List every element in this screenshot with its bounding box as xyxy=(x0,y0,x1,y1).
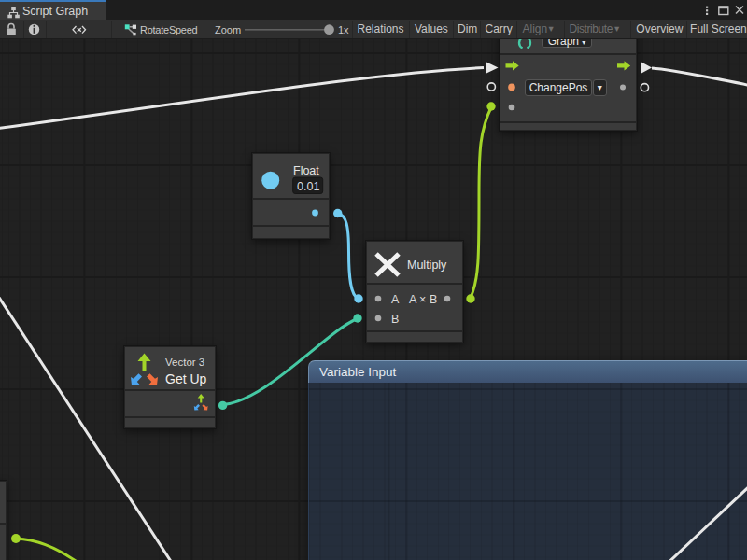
svg-text:Vector 3: Vector 3 xyxy=(165,357,204,368)
svg-text:A × B: A × B xyxy=(409,293,437,306)
svg-text:Float: Float xyxy=(293,164,319,177)
svg-text:A: A xyxy=(391,293,400,306)
svg-text:0.01: 0.01 xyxy=(297,180,319,193)
svg-text:Multiply: Multiply xyxy=(407,259,447,272)
svg-text:Get Up: Get Up xyxy=(165,371,207,386)
svg-text:B: B xyxy=(391,313,399,326)
